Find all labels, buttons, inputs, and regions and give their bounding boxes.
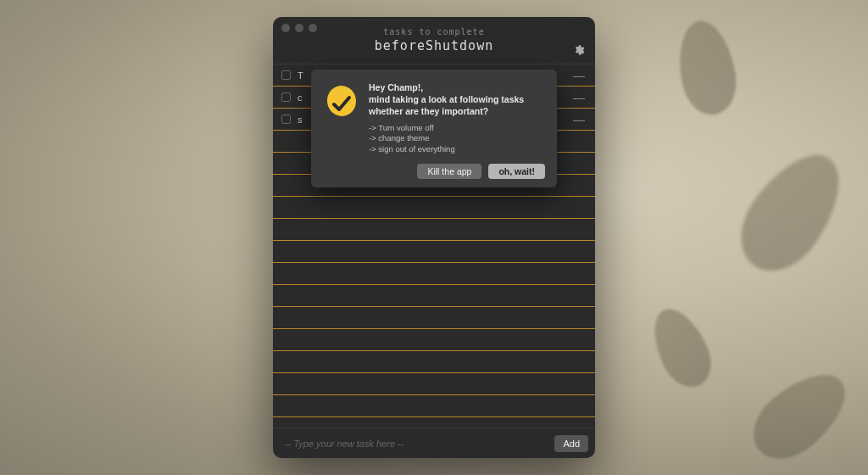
add-button[interactable]: Add — [554, 435, 588, 452]
confirmation-dialog: Hey Champ!, mind taking a look at follow… — [311, 70, 557, 187]
titlebar: tasks to complete beforeShutdown — [273, 17, 595, 64]
minimize-window-button[interactable] — [295, 24, 303, 32]
empty-row — [273, 373, 595, 395]
pending-task-item: Turn volume off — [369, 123, 524, 134]
empty-row — [273, 285, 595, 307]
empty-row — [273, 395, 595, 417]
empty-row — [273, 197, 595, 219]
dialog-line2: whether are they important? — [369, 105, 524, 117]
remove-task-button[interactable]: — — [573, 69, 585, 82]
task-checkbox[interactable] — [281, 70, 291, 80]
footer: Add — [273, 428, 595, 458]
remove-task-button[interactable]: — — [573, 91, 585, 104]
svg-point-0 — [326, 84, 359, 118]
dialog-line1: mind taking a look at following tasks — [369, 93, 524, 105]
gear-icon[interactable] — [573, 44, 585, 56]
task-checkbox[interactable] — [281, 92, 291, 102]
task-checkbox[interactable] — [281, 115, 291, 124]
wait-button[interactable]: oh, wait! — [488, 164, 545, 179]
dialog-message: Hey Champ!, mind taking a look at follow… — [369, 81, 524, 155]
pending-task-item: sign out of everything — [369, 144, 524, 155]
empty-row — [273, 307, 595, 329]
empty-row — [273, 219, 595, 241]
zoom-window-button[interactable] — [309, 24, 317, 32]
empty-row — [273, 351, 595, 373]
app-window: tasks to complete beforeShutdown T—c—s— … — [273, 17, 595, 458]
subtitle: tasks to complete — [383, 27, 484, 36]
lemon-check-icon — [323, 81, 360, 119]
window-controls — [281, 24, 317, 32]
new-task-input[interactable] — [280, 439, 549, 449]
close-window-button[interactable] — [281, 24, 290, 32]
app-title: beforeShutdown — [375, 38, 493, 53]
kill-app-button[interactable]: Kill the app — [417, 164, 481, 179]
remove-task-button[interactable]: — — [573, 113, 585, 126]
task-label: s — [298, 115, 303, 125]
empty-row — [273, 329, 595, 351]
empty-row — [273, 241, 595, 263]
empty-row — [273, 263, 595, 285]
pending-task-item: change theme — [369, 133, 524, 144]
dialog-task-list: Turn volume offchange themesign out of e… — [369, 123, 524, 155]
task-label: c — [298, 92, 303, 103]
task-label: T — [298, 70, 303, 81]
dialog-greeting: Hey Champ!, — [369, 81, 524, 93]
